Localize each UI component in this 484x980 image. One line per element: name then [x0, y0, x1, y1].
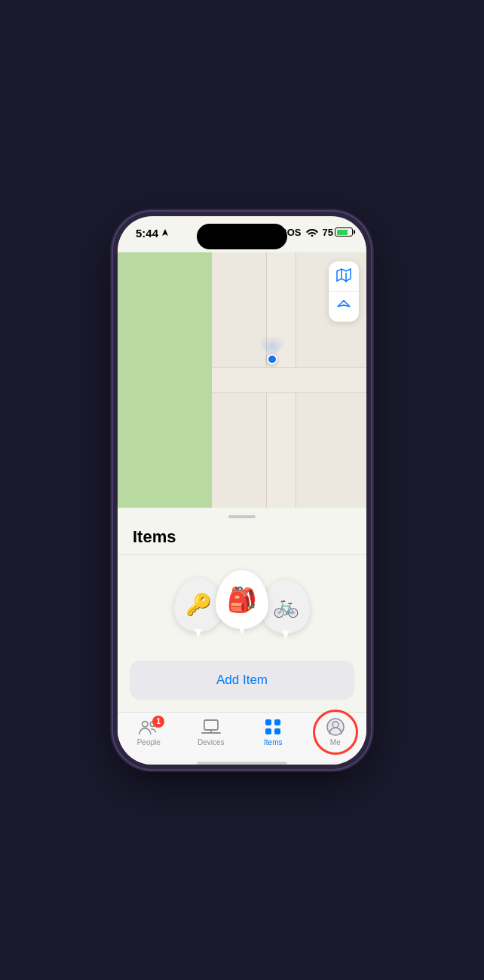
people-tab-icon: 1 [139, 719, 158, 735]
devices-tab-label: Devices [198, 738, 225, 746]
items-tab-icon [263, 719, 283, 735]
battery-fill [337, 230, 348, 235]
svg-rect-10 [274, 728, 280, 734]
tab-items[interactable]: Items [242, 719, 305, 746]
battery-icon: 75 [323, 227, 353, 238]
svg-rect-9 [265, 728, 271, 734]
devices-icon [201, 719, 221, 735]
me-tab-label: Me [330, 738, 341, 746]
item-pin-backpack[interactable]: 🎒 [216, 570, 268, 629]
map-green-zone [118, 252, 212, 508]
battery-body [335, 227, 353, 237]
sheet-title: Items [118, 518, 366, 554]
location-dot [267, 354, 277, 365]
devices-tab-icon [201, 719, 221, 735]
status-right: SOS 75 [280, 227, 353, 238]
add-item-button[interactable]: Add Item [130, 661, 354, 700]
items-tab-label: Items [264, 738, 282, 746]
item-cluster: 🔑 🎒 🚲 [174, 570, 310, 646]
map-area[interactable] [118, 252, 366, 508]
time-display: 5:44 [136, 227, 158, 240]
wifi-icon [306, 227, 318, 237]
key-emoji: 🔑 [185, 592, 212, 617]
tab-bar: 1 People Devices [118, 712, 366, 762]
map-view-button[interactable] [329, 261, 359, 292]
bicycle-emoji: 🚲 [273, 594, 299, 618]
map-controls [329, 261, 359, 322]
location-arrow-icon [161, 229, 169, 237]
location-dot-center [267, 354, 277, 365]
location-center-button[interactable] [329, 292, 359, 322]
backpack-emoji: 🎒 [227, 585, 257, 614]
items-grid-icon [265, 719, 281, 735]
svg-rect-7 [265, 719, 271, 725]
dynamic-island [197, 224, 287, 249]
phone-frame: 5:44 SOS 75 [113, 212, 371, 769]
bottom-sheet: Items 🔑 🎒 🚲 Add Item [118, 508, 366, 712]
tab-people[interactable]: 1 People [118, 719, 180, 746]
svg-rect-8 [274, 719, 280, 725]
status-time: 5:44 [136, 227, 169, 240]
people-badge: 1 [152, 716, 164, 728]
me-tab-icon [326, 719, 345, 735]
screen: 5:44 SOS 75 [118, 216, 366, 765]
map-icon [336, 268, 351, 283]
tab-devices[interactable]: Devices [180, 719, 243, 746]
me-person-icon [326, 718, 345, 736]
home-indicator-area [118, 762, 366, 765]
people-tab-label: People [137, 738, 161, 746]
svg-point-2 [142, 721, 148, 726]
svg-rect-4 [204, 720, 218, 730]
location-arrow-map-icon [336, 299, 351, 314]
battery-percent: 75 [323, 227, 333, 238]
add-item-label: Add Item [216, 673, 268, 687]
items-area: 🔑 🎒 🚲 [118, 555, 366, 661]
home-indicator[interactable] [197, 762, 287, 765]
tab-me[interactable]: Me [305, 719, 367, 746]
item-pin-bicycle[interactable]: 🚲 [262, 579, 310, 633]
